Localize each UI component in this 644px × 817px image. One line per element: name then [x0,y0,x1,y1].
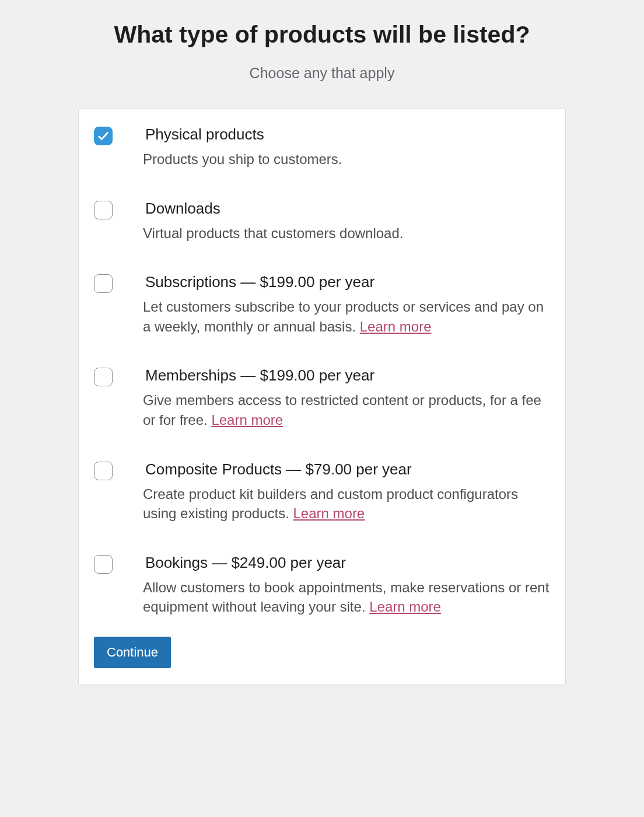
option-title: Physical products [145,125,550,144]
option-subscriptions: Subscriptions — $199.00 per year Let cus… [94,273,550,336]
learn-more-link[interactable]: Learn more [360,319,432,334]
learn-more-link[interactable]: Learn more [369,599,441,615]
option-composite-products: Composite Products — $79.00 per year Cre… [94,460,550,523]
option-description: Create product kit builders and custom p… [143,484,550,523]
option-title: Subscriptions — $199.00 per year [145,273,550,291]
option-content: Subscriptions — $199.00 per year Let cus… [145,273,550,336]
option-content: Composite Products — $79.00 per year Cre… [145,460,550,523]
option-downloads: Downloads Virtual products that customer… [94,200,550,243]
option-content: Physical products Products you ship to c… [145,125,550,169]
checkbox-memberships[interactable] [94,368,113,386]
option-bookings: Bookings — $249.00 per year Allow custom… [94,554,550,617]
learn-more-link[interactable]: Learn more [211,412,283,428]
checkbox-downloads[interactable] [94,201,113,219]
checkbox-bookings[interactable] [94,555,113,574]
option-description: Virtual products that customers download… [143,224,550,243]
page-subheading: Choose any that apply [0,65,644,82]
option-title: Composite Products — $79.00 per year [145,460,550,479]
option-description: Give members access to restricted conten… [143,390,550,430]
option-description: Allow customers to book appointments, ma… [143,578,550,617]
options-card: Physical products Products you ship to c… [78,109,566,685]
option-content: Bookings — $249.00 per year Allow custom… [145,554,550,617]
continue-button[interactable]: Continue [94,637,171,668]
option-title: Bookings — $249.00 per year [145,554,550,572]
option-content: Downloads Virtual products that customer… [145,200,550,243]
checkbox-composite-products[interactable] [94,462,113,480]
learn-more-link[interactable]: Learn more [293,505,365,521]
page-container: What type of products will be listed? Ch… [0,21,644,685]
checkbox-physical-products[interactable] [94,127,113,145]
page-heading: What type of products will be listed? [0,21,644,48]
option-description: Products you ship to customers. [143,149,550,169]
option-content: Memberships — $199.00 per year Give memb… [145,366,550,430]
option-title: Downloads [145,200,550,218]
checkbox-subscriptions[interactable] [94,274,113,293]
check-icon [97,130,110,142]
option-physical-products: Physical products Products you ship to c… [94,125,550,169]
option-memberships: Memberships — $199.00 per year Give memb… [94,366,550,430]
option-description: Let customers subscribe to your products… [143,297,550,336]
option-title: Memberships — $199.00 per year [145,366,550,385]
